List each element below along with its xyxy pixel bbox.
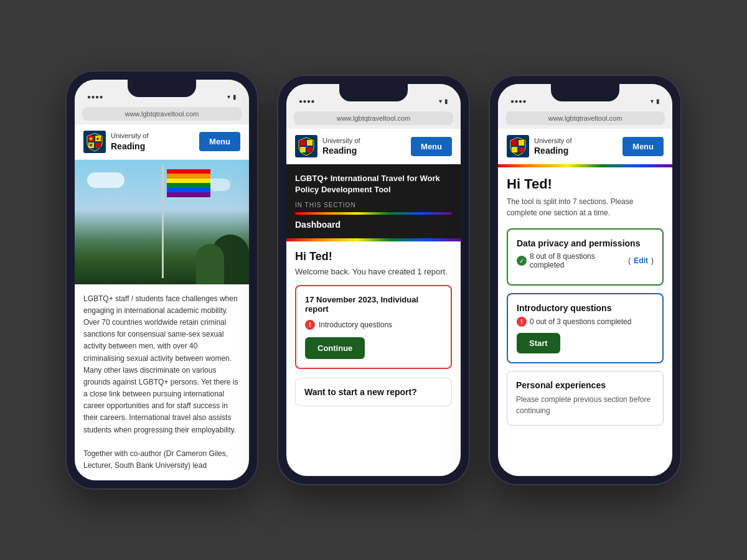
- logo-text-2: University of Reading: [322, 136, 360, 156]
- svg-rect-4: [95, 142, 101, 148]
- menu-button-3[interactable]: Menu: [622, 137, 664, 156]
- rainbow-flag: [167, 169, 210, 197]
- logo-text-3: University of Reading: [534, 136, 572, 156]
- edit-link-privacy[interactable]: Edit: [634, 256, 648, 265]
- svg-rect-15: [519, 147, 524, 152]
- section-status-privacy: ✓ 8 out of 8 questions completed (Edit): [517, 252, 654, 269]
- battery-icon-2: ▮: [444, 98, 448, 105]
- university-of-label-3: University of: [534, 136, 572, 145]
- status-bar-3: ●●●● ▾ ▮: [498, 84, 672, 108]
- reading-label-3: Reading: [534, 145, 572, 156]
- svg-rect-13: [519, 140, 524, 146]
- phone-1: ●●●● ▾ ▮ www.lgbtqtraveltool.com: [65, 70, 258, 490]
- logo-area-1: University of Reading: [83, 131, 149, 153]
- continue-button[interactable]: Continue: [305, 337, 365, 359]
- section-title-intro: Introductory questions: [517, 303, 654, 313]
- status-icons-3: ▾ ▮: [651, 98, 660, 105]
- status-bar-2: ●●●● ▾ ▮: [286, 84, 461, 108]
- shield-logo-2: [295, 135, 317, 157]
- phone-3: ●●●● ▾ ▮ www.lgbtqtraveltool.com: [489, 75, 682, 485]
- battery-icon-3: ▮: [656, 98, 660, 105]
- svg-rect-14: [512, 147, 517, 152]
- nav-title: LGBTQ+ International Travel for Work Pol…: [295, 173, 452, 195]
- logo-text-1: University of Reading: [111, 131, 149, 151]
- signal-3: ●●●●: [510, 98, 527, 105]
- notch-3: [551, 84, 619, 101]
- menu-button-2[interactable]: Menu: [411, 137, 452, 156]
- url-bar-1: www.lgbtqtraveltool.com: [75, 103, 249, 124]
- shield-logo-1: [83, 131, 106, 153]
- in-this-section-label: IN THIS SECTION: [295, 202, 452, 208]
- url-field-3[interactable]: www.lgbtqtraveltool.com: [505, 111, 665, 125]
- shield-logo-3: [507, 135, 529, 157]
- start-button-intro[interactable]: Start: [517, 333, 560, 353]
- battery-icon: ▮: [233, 93, 237, 100]
- university-of-label-2: University of: [322, 136, 360, 145]
- status-icons-1: ▾ ▮: [227, 93, 237, 100]
- new-report-card[interactable]: Want to start a new report?: [295, 378, 452, 406]
- menu-button-1[interactable]: Menu: [199, 132, 240, 151]
- intro-status-text: 0 out of 3 questions completed: [530, 317, 631, 326]
- site-header-3: University of Reading Menu: [498, 129, 672, 164]
- reading-label-2: Reading: [322, 145, 360, 156]
- section-card-privacy: Data privacy and permissions ✓ 8 out of …: [507, 228, 664, 286]
- landing-text: LGBTQ+ staff / students face challenges …: [75, 284, 249, 481]
- url-bar-2: www.lgbtqtraveltool.com: [286, 108, 461, 129]
- flag-pole: [162, 166, 164, 278]
- svg-rect-9: [300, 147, 306, 152]
- reading-label: Reading: [111, 141, 149, 152]
- warning-icon-intro: !: [517, 317, 527, 327]
- signal-2: ●●●●: [299, 98, 315, 105]
- site-header-1: University of Reading Menu: [75, 124, 249, 160]
- logo-area-2: University of Reading: [295, 135, 360, 157]
- section-status-intro: ! 0 out of 3 questions completed: [517, 317, 654, 327]
- privacy-status-text: 8 out of 8 questions completed: [530, 252, 623, 269]
- mini-rainbow: [295, 212, 452, 215]
- sections-content: Hi Ted! The tool is split into 7 section…: [498, 167, 672, 476]
- hero-image: [75, 160, 249, 284]
- dark-nav: LGBTQ+ International Travel for Work Pol…: [286, 164, 461, 238]
- url-field-1[interactable]: www.lgbtqtraveltool.com: [82, 107, 242, 121]
- url-bar-3: www.lgbtqtraveltool.com: [498, 108, 672, 129]
- wifi-icon-3: ▾: [651, 98, 654, 105]
- report-status-text: Introductory questions: [319, 320, 392, 329]
- url-field-2[interactable]: www.lgbtqtraveltool.com: [294, 111, 453, 125]
- signal-1: ●●●●: [87, 93, 103, 100]
- check-icon-privacy: ✓: [517, 256, 527, 266]
- sections-greeting: Hi Ted!: [507, 176, 664, 192]
- section-title-privacy: Data privacy and permissions: [517, 238, 654, 248]
- status-icons-2: ▾ ▮: [439, 98, 448, 105]
- section-desc-personal: Please complete previous section before …: [516, 394, 654, 416]
- notch-2: [339, 84, 408, 101]
- warning-icon: !: [305, 320, 315, 330]
- body-text-1: LGBTQ+ staff / students face challenges …: [83, 293, 240, 436]
- sections-intro: The tool is split into 7 sections. Pleas…: [507, 196, 664, 218]
- status-bar-1: ●●●● ▾ ▮: [75, 80, 249, 103]
- section-name: Dashboard: [295, 220, 452, 230]
- svg-rect-8: [307, 140, 312, 146]
- body-text-2: Together with co-author (Dr Cameron Gile…: [83, 448, 240, 472]
- svg-rect-7: [300, 140, 306, 146]
- svg-point-5: [96, 138, 99, 140]
- svg-rect-10: [307, 147, 312, 152]
- university-of-label: University of: [111, 131, 149, 140]
- section-title-personal: Personal experiences: [516, 380, 654, 390]
- section-card-personal: Personal experiences Please complete pre…: [507, 371, 664, 426]
- notch-1: [128, 80, 196, 97]
- wifi-icon-2: ▾: [439, 98, 442, 105]
- logo-area-3: University of Reading: [507, 135, 572, 157]
- wifi-icon: ▾: [227, 93, 230, 100]
- phone-2: ●●●● ▾ ▮ www.lgbtqtraveltool.com: [277, 75, 470, 485]
- section-card-intro: Introductory questions ! 0 out of 3 ques…: [507, 293, 664, 363]
- dashboard-content: Hi Ted! Welcome back. You have created 1…: [286, 241, 461, 476]
- svg-rect-12: [512, 140, 517, 146]
- dashboard-greeting: Hi Ted!: [295, 250, 452, 263]
- new-report-text: Want to start a new report?: [304, 387, 443, 397]
- report-status: ! Introductory questions: [305, 320, 442, 330]
- welcome-text: Welcome back. You have created 1 report.: [295, 267, 452, 276]
- report-card: 17 November 2023, Individual report ! In…: [295, 285, 452, 369]
- report-date: 17 November 2023, Individual report: [305, 295, 442, 314]
- site-header-2: University of Reading Menu: [286, 129, 461, 164]
